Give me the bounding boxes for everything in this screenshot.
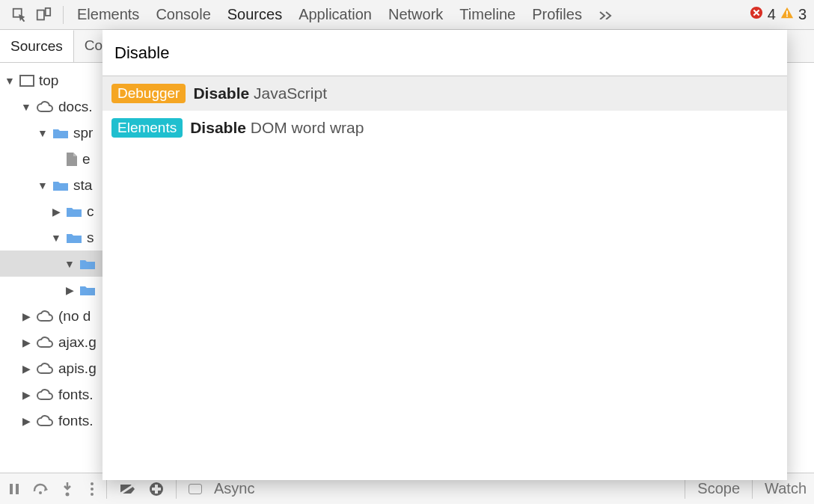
folder-icon — [66, 232, 82, 244]
svg-point-12 — [91, 488, 94, 491]
status-counters[interactable]: 4 3 — [750, 6, 807, 23]
step-over-icon[interactable] — [33, 482, 49, 496]
svg-point-13 — [91, 493, 94, 496]
cloud-icon — [36, 415, 54, 427]
tab-network[interactable]: Network — [388, 6, 443, 23]
cloud-icon — [36, 363, 54, 375]
svg-rect-5 — [786, 16, 788, 17]
folder-icon — [79, 258, 96, 270]
subtab-sources[interactable]: Sources — [0, 30, 74, 62]
disclosure-triangle-icon[interactable]: ▶ — [21, 310, 31, 322]
folder-icon — [52, 179, 69, 191]
divider — [63, 6, 64, 24]
pause-icon[interactable] — [7, 482, 21, 496]
tab-elements[interactable]: Elements — [77, 6, 139, 23]
command-menu-results: DebuggerDisable JavaScriptElementsDisabl… — [102, 76, 787, 480]
warning-count: 3 — [798, 6, 807, 23]
divider — [106, 479, 107, 499]
disclosure-triangle-icon[interactable]: ▼ — [64, 258, 75, 270]
tree-item-label: spr — [73, 125, 93, 141]
tree-item-label: fonts. — [58, 413, 93, 429]
watch-tab[interactable]: Watch — [765, 480, 807, 497]
svg-point-10 — [66, 492, 70, 496]
tree-item-label: docs. — [58, 99, 92, 115]
disclosure-triangle-icon[interactable]: ▶ — [21, 389, 31, 401]
more-tabs-icon[interactable] — [599, 6, 613, 23]
command-label: Disable DOM word wrap — [190, 119, 364, 137]
cloud-icon — [36, 336, 54, 348]
svg-point-9 — [39, 491, 42, 494]
error-icon — [750, 6, 763, 23]
tree-item-label: ajax.g — [58, 334, 97, 351]
svg-rect-8 — [16, 484, 19, 494]
async-label: Async — [214, 480, 254, 497]
warning-icon — [780, 6, 794, 23]
tree-item-label: sta — [73, 177, 92, 194]
disclosure-triangle-icon[interactable]: ▼ — [51, 232, 61, 244]
command-category-badge: Elements — [111, 118, 183, 138]
cloud-icon — [36, 310, 54, 322]
devtools-topbar: Elements Console Sources Application Net… — [0, 0, 814, 30]
svg-point-11 — [91, 482, 94, 485]
cloud-icon — [36, 389, 54, 401]
cloud-icon — [36, 101, 54, 113]
divider — [752, 479, 753, 499]
command-menu-input[interactable] — [102, 30, 787, 76]
disclosure-triangle-icon[interactable]: ▼ — [37, 127, 48, 139]
pause-on-exceptions-icon[interactable] — [149, 482, 164, 497]
tab-profiles[interactable]: Profiles — [532, 6, 582, 23]
command-label: Disable JavaScript — [193, 84, 327, 102]
disclosure-triangle-icon[interactable]: ▶ — [21, 415, 31, 427]
tree-item-label: apis.g — [58, 360, 97, 377]
command-menu: DebuggerDisable JavaScriptElementsDisabl… — [102, 30, 787, 480]
divider — [176, 479, 177, 499]
tab-application[interactable]: Application — [299, 6, 372, 23]
tab-console[interactable]: Console — [156, 6, 210, 23]
file-icon — [66, 152, 78, 167]
tree-item-label: fonts. — [58, 387, 93, 403]
disclosure-triangle-icon[interactable]: ▶ — [21, 363, 31, 375]
tree-item-label: c — [87, 203, 94, 220]
scope-tab[interactable]: Scope — [697, 480, 740, 497]
folder-icon — [52, 127, 69, 139]
frame-icon — [19, 75, 34, 87]
command-menu-item[interactable]: DebuggerDisable JavaScript — [102, 76, 787, 111]
tree-item-label: top — [39, 73, 58, 89]
disclosure-triangle-icon[interactable]: ▼ — [21, 101, 31, 113]
command-menu-item[interactable]: ElementsDisable DOM word wrap — [102, 111, 787, 145]
step-into-icon[interactable] — [61, 482, 73, 497]
svg-rect-7 — [10, 484, 13, 494]
more-icon[interactable] — [90, 482, 94, 497]
tab-timeline[interactable]: Timeline — [459, 6, 515, 23]
device-mode-icon[interactable] — [31, 3, 55, 27]
svg-rect-1 — [37, 10, 44, 19]
divider — [685, 479, 685, 499]
error-count: 4 — [768, 6, 776, 23]
disclosure-triangle-icon[interactable]: ▶ — [51, 206, 61, 218]
devtools-tabs: Elements Console Sources Application Net… — [77, 6, 613, 23]
command-category-badge: Debugger — [111, 84, 186, 103]
async-checkbox[interactable] — [189, 484, 202, 494]
disclosure-triangle-icon[interactable]: ▶ — [64, 284, 75, 296]
svg-rect-2 — [46, 7, 50, 15]
inspect-icon[interactable] — [7, 3, 31, 27]
svg-rect-6 — [20, 76, 34, 86]
disclosure-triangle-icon[interactable]: ▼ — [37, 179, 48, 191]
disclosure-triangle-icon[interactable]: ▶ — [21, 336, 31, 348]
tree-item-label: s — [87, 230, 94, 246]
deactivate-breakpoints-icon[interactable] — [119, 482, 137, 496]
svg-rect-4 — [786, 10, 788, 14]
folder-icon — [66, 206, 82, 218]
tab-sources[interactable]: Sources — [227, 6, 282, 23]
disclosure-triangle-icon[interactable]: ▼ — [4, 75, 15, 87]
tree-item-label: e — [82, 151, 91, 168]
tree-item-label: (no d — [58, 308, 91, 325]
folder-icon — [79, 284, 96, 296]
